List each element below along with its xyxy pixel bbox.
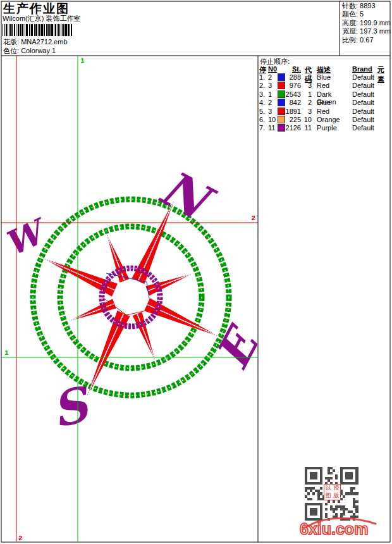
table-cell: Red	[317, 82, 352, 89]
table-row: 4.28422BlueDefault	[0, 99, 392, 107]
table-cell: Default	[352, 124, 377, 132]
info-row: 宽度: 197.3 mm	[342, 27, 391, 35]
table-cell: 1	[303, 90, 312, 98]
table-cell: Blue	[317, 99, 352, 106]
table-cell: Default	[352, 108, 377, 115]
table-row: 7.11212611PurpleDefault	[0, 124, 392, 132]
guide-label: 2	[251, 214, 255, 222]
table-cell: 1	[268, 90, 278, 98]
column-header: Brand	[352, 65, 377, 73]
pattern-file-label: 花版:	[3, 38, 19, 46]
compass-letter-S: S	[47, 375, 96, 438]
info-row: 针数: 8893	[342, 2, 391, 10]
table-row: 6.1022510OrangeDefault	[0, 116, 392, 124]
table-cell: 6.	[259, 116, 267, 123]
stamp-char: 以	[324, 485, 333, 492]
colorway-value: Colorway 1	[21, 47, 56, 54]
column-header: St.	[285, 65, 301, 73]
studio-name: Wilcom(汇京) 装饰工作室	[3, 14, 80, 23]
table-cell: Default	[352, 116, 377, 123]
table-cell: 976	[285, 82, 301, 89]
table-cell: Default	[352, 99, 377, 106]
compass-letter-W: W	[0, 211, 54, 264]
table-cell: 11	[268, 124, 278, 132]
compass-letter-E: E	[205, 317, 271, 378]
guide-label: 1	[80, 57, 85, 65]
table-cell: Default	[352, 82, 377, 89]
table-cell: 3	[303, 82, 312, 89]
watermark-text: 6xiu.com	[300, 520, 382, 538]
pattern-file-line: 花版: MNA2712.emb	[3, 37, 68, 47]
table-cell: 10	[303, 116, 312, 123]
table-cell: 842	[285, 99, 301, 106]
table-cell: 10	[268, 116, 278, 123]
table-cell: 1.	[259, 73, 267, 81]
table-cell: 3.	[259, 90, 267, 98]
table-cell: 2.	[259, 82, 267, 89]
barcode	[3, 24, 75, 36]
table-cell: 288	[285, 73, 301, 81]
table-cell: 2	[268, 73, 278, 81]
guide-label: 2	[18, 535, 23, 542]
colorway-label: 色位:	[3, 47, 19, 54]
info-row: 高度: 199.9 mm	[342, 19, 391, 27]
table-cell: 225	[285, 116, 301, 123]
stamp-char: 图	[324, 492, 333, 500]
guide-label: 1	[4, 349, 9, 357]
design-info-panel: 针数: 8893颜色: 5高度: 199.9 mm宽度: 197.3 mm比例:…	[342, 2, 391, 44]
table-cell: Red	[317, 108, 352, 115]
table-cell: Blue	[317, 73, 352, 81]
table-cell: 7.	[259, 124, 267, 132]
table-cell: Default	[352, 90, 377, 98]
table-cell: Orange	[317, 116, 352, 123]
column-header: N0	[268, 65, 278, 73]
table-cell: Purple	[317, 124, 352, 132]
table-cell: 2	[303, 73, 312, 81]
table-row: 5.318913RedDefault	[0, 108, 392, 116]
table-row: 3.125431Dark GreenDefault	[0, 90, 392, 99]
table-row: 1.22882BlueDefault	[0, 73, 392, 82]
stamp-char: 授	[333, 485, 341, 492]
table-row: 2.39763RedDefault	[0, 82, 392, 90]
colorway-line: 色位: Colorway 1	[3, 46, 56, 56]
table-cell: 2126	[285, 124, 301, 132]
table-cell: 2	[303, 99, 312, 106]
table-cell: 4.	[259, 99, 267, 106]
table-cell: 2	[268, 99, 278, 106]
stamp-char: 版	[333, 492, 341, 500]
table-cell: 3	[303, 108, 312, 115]
pattern-file-value: MNA2712.emb	[21, 38, 67, 46]
info-row: 颜色: 5	[342, 10, 391, 18]
table-cell: 11	[303, 124, 312, 132]
table-cell: 5.	[259, 108, 267, 115]
table-cell: 3	[268, 108, 278, 115]
embroidery-design: NESW	[0, 158, 271, 438]
qr-center-stamp: 以授图版	[324, 484, 341, 500]
info-row: 比例: 0.67	[342, 36, 391, 44]
production-sheet-page: NESW1212 生产作业图 Wilcom(汇京) 装饰工作室 花版: MNA2…	[0, 0, 392, 544]
table-cell: 2543	[285, 90, 301, 98]
table-cell: Default	[352, 73, 377, 81]
table-cell: 3	[268, 82, 278, 89]
table-cell: 1891	[285, 108, 301, 115]
